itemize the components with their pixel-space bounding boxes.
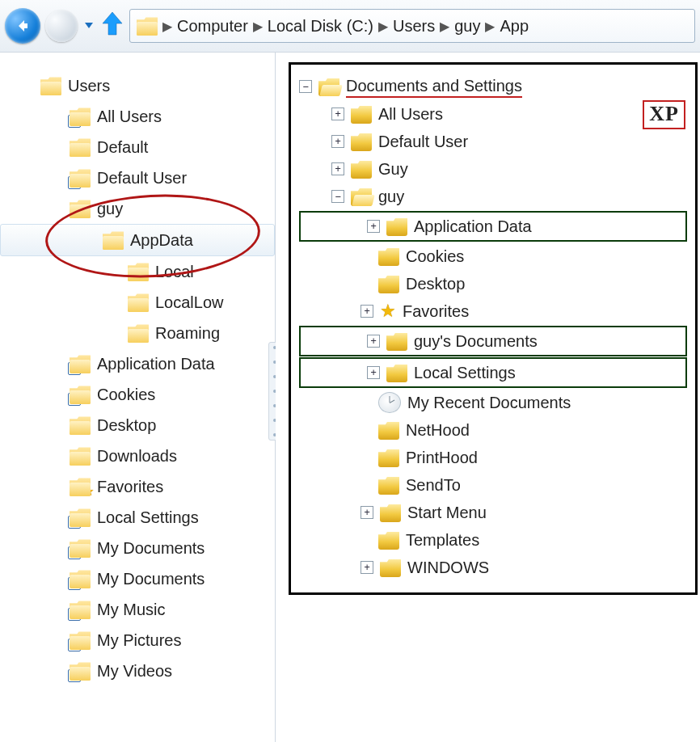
tree-item[interactable]: My Documents — [0, 533, 275, 563]
tree-item-label: guy — [97, 200, 123, 218]
tree-item-label: Local Settings — [97, 508, 199, 527]
tree-item-label: NetHood — [406, 421, 470, 440]
tree-item-label: Cookies — [97, 386, 155, 404]
tree-item-label: Application Data — [414, 217, 532, 236]
breadcrumb-item[interactable]: App — [500, 17, 529, 36]
expand-icon[interactable]: + — [367, 366, 380, 379]
breadcrumb-item[interactable]: guy — [454, 17, 480, 36]
tree-item[interactable]: Default User — [0, 162, 275, 193]
folder-open-icon — [318, 77, 339, 96]
tree-item[interactable]: +Application Data — [299, 211, 687, 242]
forward-button[interactable] — [45, 10, 78, 42]
folder-icon — [103, 230, 124, 250]
expand-icon[interactable]: + — [367, 335, 380, 348]
folder-icon — [351, 104, 372, 124]
tree-item-label: My Music — [97, 601, 165, 619]
tree-item[interactable]: +Local Settings — [299, 357, 687, 388]
expand-icon[interactable]: + — [331, 135, 344, 148]
tree-item-label: Default User — [97, 169, 187, 188]
tree-item-root[interactable]: − Documents and Settings — [299, 73, 687, 100]
tree-item-label: Desktop — [406, 275, 465, 293]
expand-icon[interactable]: + — [361, 506, 373, 519]
tree-item[interactable]: Downloads — [0, 441, 275, 471]
tree-item[interactable]: ★Favorites — [0, 471, 275, 502]
expand-icon[interactable]: + — [361, 305, 373, 318]
breadcrumb-item[interactable]: Computer — [177, 17, 248, 36]
address-bar[interactable]: ▶ Computer ▶ Local Disk (C:) ▶ Users ▶ g… — [129, 9, 695, 43]
folder-icon — [351, 159, 372, 179]
tree-item[interactable]: PrintHood — [299, 444, 687, 471]
tree-item-label: Documents and Settings — [346, 77, 522, 98]
tree-item-label: My Pictures — [97, 631, 181, 650]
tree-item[interactable]: +All Users — [299, 100, 687, 128]
xp-tree-box: XP − Documents and Settings +All Users+D… — [289, 62, 698, 595]
tree-item[interactable]: NetHood — [299, 416, 687, 444]
tree-item[interactable]: +WINDOWS — [299, 554, 687, 581]
folder-icon — [128, 293, 149, 312]
spacer — [361, 479, 372, 491]
recent-dropdown[interactable] — [82, 17, 95, 36]
navigation-pane: Users All UsersDefaultDefault UserguyApp… — [0, 53, 276, 742]
tree-item[interactable]: Cookies — [0, 379, 275, 410]
tree-item[interactable]: +Default User — [299, 128, 687, 155]
tree-item[interactable]: Templates — [299, 526, 687, 554]
tree-item[interactable]: Desktop — [0, 410, 275, 441]
expand-icon[interactable]: + — [331, 162, 344, 175]
recent-icon — [378, 392, 401, 413]
explorer-toolbar: ▶ Computer ▶ Local Disk (C:) ▶ Users ▶ g… — [0, 0, 700, 53]
tree-item[interactable]: +Start Menu — [299, 499, 687, 526]
up-button[interactable] — [100, 11, 124, 42]
folder-icon — [386, 331, 407, 351]
tree-item[interactable]: Local — [0, 256, 275, 287]
folder-icon — [128, 262, 149, 281]
collapse-icon[interactable]: − — [299, 80, 312, 93]
tree-item-label: Start Menu — [407, 504, 487, 522]
tree-item-label: Roaming — [155, 324, 220, 343]
tree-item-root[interactable]: Users — [0, 70, 275, 101]
tree-item[interactable]: My Music — [0, 594, 275, 625]
back-button[interactable] — [5, 8, 40, 44]
tree-item[interactable]: +★Favorites — [299, 297, 687, 325]
tree-item-label: WINDOWS — [407, 559, 489, 577]
tree-item-label: All Users — [378, 105, 443, 124]
tree-item[interactable]: My Recent Documents — [299, 389, 687, 416]
tree-item[interactable]: Local Settings — [0, 502, 275, 533]
tree-item[interactable]: My Videos — [0, 656, 275, 686]
tree-item[interactable]: guy — [0, 193, 275, 224]
folder-icon — [378, 475, 399, 495]
breadcrumb-item[interactable]: Users — [393, 17, 435, 36]
breadcrumb-item[interactable]: Local Disk (C:) — [268, 17, 373, 36]
spacer — [361, 452, 372, 463]
tree-item[interactable]: −guy — [299, 183, 687, 210]
tree-item[interactable]: SendTo — [299, 471, 687, 499]
expand-icon[interactable]: + — [331, 108, 344, 120]
folder-shortcut-icon — [70, 168, 91, 188]
tree-item-label: PrintHood — [406, 449, 478, 467]
folder-icon — [70, 415, 91, 435]
tree-item[interactable]: +Guy — [299, 155, 687, 183]
collapse-icon[interactable]: − — [331, 190, 344, 203]
expand-icon[interactable]: + — [361, 561, 373, 574]
folder-icon — [351, 132, 372, 151]
tree-item-label: Favorites — [403, 302, 469, 321]
folder-icon — [128, 323, 149, 343]
tree-item[interactable]: AppData — [0, 224, 275, 256]
tree-item-label: AppData — [130, 231, 193, 250]
folder-shortcut-icon — [70, 538, 91, 558]
tree-item[interactable]: Roaming — [0, 318, 275, 348]
tree-item[interactable]: Desktop — [299, 270, 687, 297]
tree-item[interactable]: Application Data — [0, 348, 275, 379]
expand-icon[interactable]: + — [367, 220, 380, 233]
tree-item[interactable]: Default — [0, 132, 275, 162]
folder-shortcut-icon — [70, 661, 91, 681]
tree-item-label: SendTo — [406, 476, 461, 495]
tree-item-label: LocalLow — [155, 293, 224, 312]
tree-item[interactable]: My Pictures — [0, 625, 275, 656]
tree-item[interactable]: All Users — [0, 101, 275, 132]
tree-item[interactable]: My Documents — [0, 563, 275, 594]
folder-shortcut-icon — [70, 569, 91, 588]
tree-item[interactable]: +guy's Documents — [299, 326, 687, 356]
tree-item[interactable]: Cookies — [299, 242, 687, 270]
tree-item[interactable]: LocalLow — [0, 287, 275, 318]
folder-icon — [378, 247, 399, 266]
